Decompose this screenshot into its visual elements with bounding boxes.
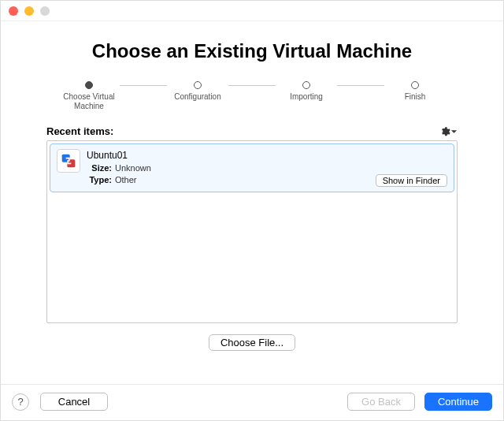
vm-info: Ubuntu01 Size: Unknown Type: Other: [87, 149, 376, 187]
step-choose-vm: Choose Virtual Machine: [58, 81, 120, 111]
step-configuration: Configuration: [167, 81, 228, 102]
step-label: Choose Virtual Machine: [58, 92, 120, 111]
step-connector: [337, 85, 384, 86]
recent-items-heading: Recent items:: [46, 125, 113, 137]
step-dot-icon: [302, 81, 310, 89]
step-importing: Importing: [276, 81, 337, 102]
vm-icon: [57, 149, 80, 173]
help-button[interactable]: ?: [12, 393, 29, 411]
step-label: Configuration: [174, 92, 220, 102]
vm-size-value: Unknown: [115, 162, 151, 174]
recent-items-list[interactable]: Ubuntu01 Size: Unknown Type: Other Show …: [46, 140, 458, 323]
continue-button[interactable]: Continue: [424, 393, 492, 411]
step-finish: Finish: [384, 81, 446, 102]
choose-file-button[interactable]: Choose File...: [209, 334, 295, 351]
vm-size-label: Size:: [87, 162, 112, 174]
window-zoom-button[interactable]: [40, 6, 50, 16]
window-minimize-button[interactable]: [24, 6, 34, 16]
step-dot-icon: [85, 81, 93, 89]
vm-type-value: Other: [115, 174, 137, 186]
go-back-button: Go Back: [347, 393, 415, 411]
step-label: Finish: [405, 92, 426, 102]
step-dot-icon: [194, 81, 202, 89]
step-connector: [120, 85, 167, 86]
cancel-button[interactable]: Cancel: [40, 393, 108, 411]
step-connector: [228, 85, 276, 86]
titlebar: [1, 1, 503, 21]
vm-type-label: Type:: [87, 174, 112, 186]
chevron-down-icon: [450, 126, 458, 137]
window-close-button[interactable]: [9, 6, 18, 16]
recent-items-section: Recent items:: [1, 119, 503, 323]
window: Choose an Existing Virtual Machine Choos…: [0, 0, 504, 421]
vm-name: Ubuntu01: [87, 149, 376, 162]
recent-item[interactable]: Ubuntu01 Size: Unknown Type: Other Show …: [50, 143, 454, 192]
recent-options-menu[interactable]: [439, 126, 458, 137]
step-dot-icon: [411, 81, 419, 89]
show-in-finder-button[interactable]: Show in Finder: [376, 174, 447, 187]
step-label: Importing: [290, 92, 323, 102]
stepper: Choose Virtual Machine Configuration Imp…: [1, 73, 503, 119]
gear-icon: [439, 126, 450, 137]
page-title: Choose an Existing Virtual Machine: [32, 40, 472, 62]
bottom-bar: ? Cancel Go Back Continue: [1, 384, 503, 420]
